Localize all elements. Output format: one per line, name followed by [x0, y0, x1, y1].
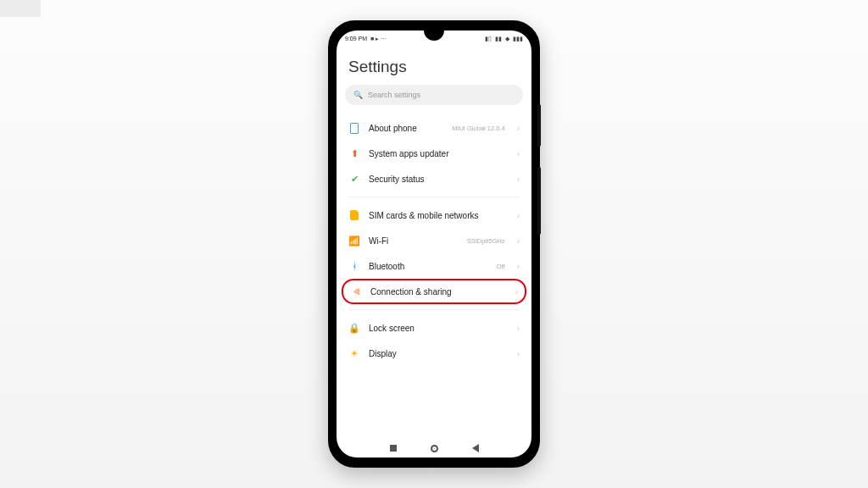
wifi-status-icon: ◆ — [505, 36, 509, 42]
chevron-right-icon: › — [515, 287, 518, 297]
nav-recents-icon[interactable] — [390, 445, 397, 452]
chevron-right-icon: › — [517, 211, 520, 220]
screen: 9:09 PM ■ ▸ ⋯ ▮▯ ▮▮ ◆ ▮▮▮ Settings 🔍 Sea… — [337, 30, 531, 458]
chevron-right-icon: › — [517, 349, 520, 358]
search-placeholder: Search settings — [368, 91, 420, 99]
connection-icon: ⫸ — [350, 286, 362, 297]
volume-button[interactable] — [537, 104, 541, 147]
settings-item-label: Security status — [369, 175, 505, 184]
settings-item-display[interactable]: ☀ Display › — [337, 341, 531, 366]
settings-item-label: About phone — [369, 124, 443, 133]
search-input[interactable]: 🔍 Search settings — [345, 85, 523, 105]
settings-item-value: MIUI Global 12.0.4 — [452, 125, 505, 132]
settings-item-bluetooth[interactable]: ᚼ Bluetooth Off › — [337, 253, 531, 279]
nav-back-icon[interactable] — [472, 444, 479, 452]
settings-item-label: System apps updater — [369, 149, 505, 158]
settings-item-security-status[interactable]: ✔ Security status › — [337, 166, 531, 191]
settings-item-label: Connection & sharing — [370, 287, 504, 297]
update-icon: ⬆ — [348, 147, 360, 159]
search-icon: 🔍 — [353, 91, 363, 99]
chevron-right-icon: › — [517, 236, 520, 246]
settings-item-about-phone[interactable]: About phone MIUI Global 12.0.4 › — [337, 115, 531, 141]
settings-item-value: Off — [497, 263, 505, 270]
sun-icon: ☀ — [348, 347, 360, 359]
power-button[interactable] — [537, 167, 541, 235]
settings-item-value: SSIDptt5GHz — [467, 237, 505, 245]
lock-icon: 🔒 — [348, 322, 360, 334]
nav-home-icon[interactable] — [431, 445, 438, 452]
settings-item-label: Lock screen — [369, 324, 505, 333]
settings-item-label: Display — [369, 349, 505, 358]
phone-frame: 9:09 PM ■ ▸ ⋯ ▮▯ ▮▮ ◆ ▮▮▮ Settings 🔍 Sea… — [328, 20, 540, 468]
settings-item-wifi[interactable]: 📶 Wi-Fi SSIDptt5GHz › — [337, 228, 531, 253]
divider — [348, 309, 520, 310]
chevron-right-icon: › — [517, 175, 520, 184]
divider — [348, 197, 520, 197]
settings-item-sim-cards[interactable]: SIM cards & mobile networks › — [337, 202, 531, 228]
settings-item-lock-screen[interactable]: 🔒 Lock screen › — [337, 315, 531, 341]
battery-icon: ▮▮▮ — [513, 36, 523, 42]
settings-item-connection-sharing[interactable]: ⫸ Connection & sharing › — [342, 279, 526, 304]
status-icons-left: ■ ▸ ⋯ — [370, 36, 387, 42]
chevron-right-icon: › — [517, 262, 520, 271]
settings-item-label: Bluetooth — [369, 262, 488, 271]
shield-icon: ✔ — [348, 173, 360, 185]
sim-icon — [348, 209, 360, 221]
chevron-right-icon: › — [517, 124, 520, 133]
bluetooth-icon: ᚼ — [348, 260, 360, 272]
settings-list: About phone MIUI Global 12.0.4 › ⬆ Syste… — [337, 115, 531, 439]
phone-icon — [348, 122, 360, 134]
settings-item-system-apps-updater[interactable]: ⬆ System apps updater › — [337, 141, 531, 166]
chevron-right-icon: › — [517, 324, 520, 333]
settings-item-label: SIM cards & mobile networks — [369, 211, 505, 220]
chevron-right-icon: › — [517, 149, 520, 158]
signal2-icon: ▮▮ — [495, 36, 502, 42]
settings-item-label: Wi-Fi — [369, 236, 459, 246]
wifi-icon: 📶 — [348, 235, 360, 247]
nav-bar — [337, 439, 531, 458]
signal-icon: ▮▯ — [485, 36, 492, 42]
status-time: 9:09 PM — [345, 36, 367, 42]
page-title: Settings — [337, 46, 531, 85]
